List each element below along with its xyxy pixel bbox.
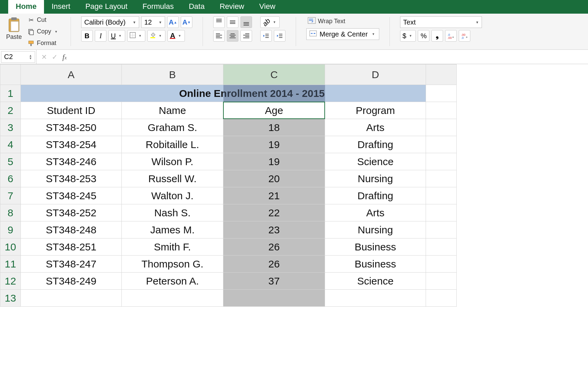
cell[interactable]: Business (325, 256, 426, 273)
column-header-c[interactable]: C (223, 64, 325, 85)
column-header-a[interactable]: A (21, 64, 122, 85)
cell[interactable]: ST348-248 (21, 221, 122, 238)
number-format-select[interactable]: Text▼ (400, 16, 482, 28)
decrease-decimal-button[interactable]: .00.0 (459, 30, 470, 42)
decrease-indent-button[interactable] (260, 30, 272, 42)
cell[interactable] (426, 273, 457, 290)
borders-button[interactable]: ▼ (127, 30, 145, 42)
increase-decimal-button[interactable]: .0.00 (445, 30, 457, 42)
cell[interactable]: ST348-247 (21, 256, 122, 273)
row-header-11[interactable]: 11 (0, 256, 21, 273)
cell[interactable]: Drafting (325, 136, 426, 153)
row-header-8[interactable]: 8 (0, 204, 21, 221)
row-header-6[interactable]: 6 (0, 170, 21, 187)
cell[interactable]: Science (325, 273, 426, 290)
cell[interactable] (426, 187, 457, 204)
wrap-text-button[interactable]: Wrap Text (306, 16, 347, 26)
cell[interactable] (426, 119, 457, 136)
cell[interactable]: ST348-249 (21, 273, 122, 290)
spreadsheet-grid[interactable]: A B C D 1 Online Enrollment 2014 - 2015 … (0, 64, 588, 307)
cell[interactable] (426, 153, 457, 170)
select-all-corner[interactable] (0, 64, 21, 85)
fx-icon[interactable]: fx (62, 53, 67, 61)
cell[interactable] (426, 256, 457, 273)
cell[interactable]: ST348-245 (21, 187, 122, 204)
row-header-10[interactable]: 10 (0, 238, 21, 256)
cell[interactable] (426, 85, 457, 102)
increase-font-button[interactable]: A▲ (167, 16, 179, 28)
percent-button[interactable]: % (418, 30, 429, 42)
confirm-icon[interactable]: ✓ (52, 53, 58, 61)
align-left-button[interactable] (213, 30, 225, 42)
cell[interactable]: 19 (223, 136, 325, 153)
row-header-5[interactable]: 5 (0, 153, 21, 170)
row-header-13[interactable]: 13 (0, 290, 21, 307)
cell[interactable]: Russell W. (122, 170, 223, 187)
cell[interactable]: Peterson A. (122, 273, 223, 290)
column-header-d[interactable]: D (325, 64, 426, 85)
tab-review[interactable]: Review (212, 0, 252, 14)
cell[interactable]: Robitaille L. (122, 136, 223, 153)
row-header-2[interactable]: 2 (0, 102, 21, 119)
cell[interactable] (122, 290, 223, 307)
align-middle-button[interactable] (227, 16, 238, 28)
comma-button[interactable]: ❟ (431, 30, 443, 42)
orientation-button[interactable]: ab ▼ (260, 16, 280, 28)
align-right-button[interactable] (240, 30, 252, 42)
tab-view[interactable]: View (252, 0, 283, 14)
tab-formulas[interactable]: Formulas (135, 0, 181, 14)
cell[interactable]: 26 (223, 238, 325, 256)
tab-page-layout[interactable]: Page Layout (78, 0, 135, 14)
cell-d2[interactable]: Program (325, 102, 426, 119)
cell[interactable] (223, 290, 325, 307)
merge-center-button[interactable]: Merge & Center ▼ (306, 28, 379, 40)
spinner-icon[interactable]: ▲▼ (29, 54, 32, 60)
cell-c2[interactable]: Age (223, 102, 325, 119)
cell[interactable]: 19 (223, 153, 325, 170)
cell[interactable] (426, 221, 457, 238)
cell[interactable]: Nursing (325, 170, 426, 187)
cell[interactable]: 26 (223, 256, 325, 273)
cell[interactable] (426, 170, 457, 187)
align-bottom-button[interactable] (240, 16, 252, 28)
cell[interactable]: Drafting (325, 187, 426, 204)
cell[interactable]: 21 (223, 187, 325, 204)
cell[interactable]: Wilson P. (122, 153, 223, 170)
row-header-1[interactable]: 1 (0, 85, 21, 102)
column-header-e[interactable] (426, 64, 457, 85)
cell[interactable]: Business (325, 238, 426, 256)
cell[interactable] (426, 204, 457, 221)
font-color-button[interactable]: A ▼ (167, 30, 185, 42)
cell[interactable]: Science (325, 153, 426, 170)
cell[interactable]: ST348-250 (21, 119, 122, 136)
cell[interactable] (325, 290, 426, 307)
title-cell[interactable]: Online Enrollment 2014 - 2015 (21, 85, 426, 102)
row-header-4[interactable]: 4 (0, 136, 21, 153)
column-header-b[interactable]: B (122, 64, 223, 85)
row-header-9[interactable]: 9 (0, 221, 21, 238)
cell[interactable] (426, 290, 457, 307)
tab-data[interactable]: Data (181, 0, 212, 14)
cell[interactable]: James M. (122, 221, 223, 238)
cell[interactable]: 37 (223, 273, 325, 290)
cell[interactable]: Arts (325, 204, 426, 221)
cell[interactable] (426, 238, 457, 256)
increase-indent-button[interactable] (274, 30, 285, 42)
format-painter-button[interactable]: Format (26, 39, 60, 48)
cell[interactable]: 20 (223, 170, 325, 187)
italic-button[interactable]: I (95, 30, 106, 42)
cell[interactable]: Thompson G. (122, 256, 223, 273)
cell[interactable]: 23 (223, 221, 325, 238)
font-size-select[interactable]: 12▼ (141, 16, 165, 28)
font-family-select[interactable]: Calibri (Body)▼ (81, 16, 139, 28)
copy-button[interactable]: Copy ▼ (26, 27, 60, 36)
cell[interactable]: Nursing (325, 221, 426, 238)
tab-home[interactable]: Home (8, 0, 44, 14)
cell[interactable]: ST348-252 (21, 204, 122, 221)
name-box[interactable]: C2 ▲▼ (1, 51, 35, 63)
row-header-12[interactable]: 12 (0, 273, 21, 290)
cancel-icon[interactable]: ✕ (41, 53, 47, 61)
formula-input[interactable] (71, 51, 588, 63)
row-header-3[interactable]: 3 (0, 119, 21, 136)
currency-button[interactable]: $▼ (400, 30, 416, 42)
